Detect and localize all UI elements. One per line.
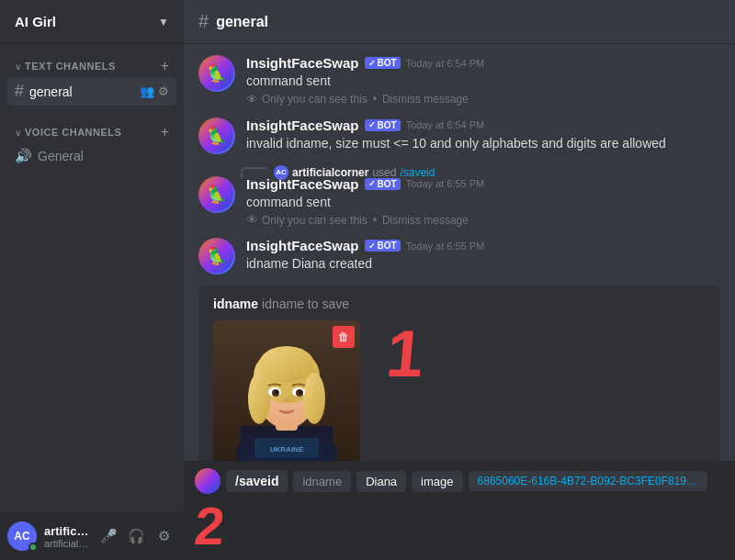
voice-channels-label[interactable]: VOICE CHANNELS bbox=[25, 127, 121, 138]
form-fields: UKRAINE 🗑 image: 6865060E-616B-4B7... 1 bbox=[213, 320, 706, 461]
command-chip[interactable]: /saveid bbox=[226, 470, 288, 492]
svg-point-13 bbox=[276, 391, 278, 394]
image-upload-box[interactable]: UKRAINE 🗑 bbox=[213, 320, 360, 461]
number-1-indicator: 1 bbox=[384, 320, 426, 386]
status-dot bbox=[28, 543, 38, 552]
reply-command: /saveid bbox=[400, 166, 435, 179]
voice-channels-section: ∨ VOICE CHANNELS + 🔊 General bbox=[0, 110, 184, 174]
voice-channels-arrow[interactable]: ∨ bbox=[15, 128, 21, 138]
message-text-3: command sent bbox=[246, 194, 720, 212]
text-channels-label[interactable]: TEXT CHANNELS bbox=[25, 61, 116, 72]
saveid-form: idname idname to save bbox=[198, 286, 720, 461]
message-author-4: InsightFaceSwap bbox=[246, 238, 359, 253]
user-panel: AC artificialc... artificialcorn... 🎤 🎧 … bbox=[0, 512, 184, 560]
svg-text:UKRAINE: UKRAINE bbox=[270, 445, 304, 454]
image-upload-area: UKRAINE 🗑 image: 6865060E-616B-4B7... bbox=[213, 320, 361, 461]
reply-indicator-3: AC artificialcorner used /saveid bbox=[241, 165, 435, 180]
eye-icon-1: 👁 bbox=[246, 93, 258, 106]
main-content: # general 🦜 InsightFaceSwap ✓ BOT To bbox=[184, 0, 735, 560]
text-channels-arrow[interactable]: ∨ bbox=[15, 62, 21, 72]
server-name: AI Girl bbox=[15, 14, 56, 29]
message-content-2: InsightFaceSwap ✓ BOT Today at 6:54 PM i… bbox=[246, 118, 720, 154]
user-discriminator: artificialcorn... bbox=[44, 538, 92, 549]
server-header[interactable]: AI Girl ▼ bbox=[0, 0, 184, 44]
message-group-3: AC artificialcorner used /saveid 🦜 Insig… bbox=[184, 162, 735, 231]
form-field-name: idname bbox=[213, 297, 258, 311]
user-settings-button[interactable]: ⚙ bbox=[151, 523, 176, 549]
message-author-2: InsightFaceSwap bbox=[246, 118, 359, 133]
message-header-2: InsightFaceSwap ✓ BOT Today at 6:54 PM bbox=[246, 118, 720, 133]
message-group-2: 🦜 InsightFaceSwap ✓ BOT Today at 6:54 PM… bbox=[184, 114, 735, 158]
message-text-4: idname Diana created bbox=[246, 255, 720, 274]
bot-badge-4: ✓ BOT bbox=[365, 240, 401, 252]
mute-button[interactable]: 🎤 bbox=[96, 523, 121, 549]
form-field-placeholder: idname to save bbox=[262, 297, 349, 311]
reply-command-text: used bbox=[372, 166, 396, 179]
channel-action-icons: 👥 ⚙ bbox=[140, 84, 169, 98]
bot-badge-1: ✓ BOT bbox=[365, 57, 401, 69]
voice-channel-item-general[interactable]: 🔊 General bbox=[7, 143, 176, 169]
voice-channel-name: General bbox=[38, 149, 169, 163]
user-avatar: AC bbox=[7, 521, 37, 551]
input-field-idname-chip[interactable]: idname bbox=[293, 471, 351, 492]
svg-point-8 bbox=[259, 346, 314, 383]
message-timestamp-4: Today at 6:55 PM bbox=[406, 241, 485, 252]
server-chevron: ▼ bbox=[158, 16, 169, 28]
ephemeral-text-1: Only you can see this bbox=[262, 93, 368, 106]
dismiss-link-1[interactable]: Dismiss message bbox=[382, 93, 469, 106]
image-url-chip[interactable]: 6865060E-616B-4B72-B092-BC3FE0F8193E.JPG bbox=[469, 471, 707, 491]
message-content-3: InsightFaceSwap ✓ BOT Today at 6:55 PM c… bbox=[246, 176, 720, 228]
message-text-2: invalid idname, size must <= 10 and only… bbox=[246, 135, 720, 153]
add-voice-channel-button[interactable]: + bbox=[161, 125, 169, 140]
input-value-diana-chip[interactable]: Diana bbox=[356, 471, 406, 492]
ephemeral-notice-3: 👁 Only you can see this • Dismiss messag… bbox=[246, 213, 720, 227]
eye-icon-3: 👁 bbox=[246, 213, 258, 227]
channel-header: # general bbox=[184, 0, 735, 44]
message-text-1: command sent bbox=[246, 73, 720, 91]
image-label-chip[interactable]: image bbox=[412, 471, 462, 492]
channel-header-hash-icon: # bbox=[198, 11, 209, 32]
svg-point-6 bbox=[248, 373, 270, 424]
message-header-1: InsightFaceSwap ✓ BOT Today at 6:54 PM bbox=[246, 55, 720, 71]
settings-icon[interactable]: ⚙ bbox=[158, 84, 169, 98]
message-timestamp-1: Today at 6:54 PM bbox=[406, 58, 485, 69]
bot-badge-2: ✓ BOT bbox=[365, 119, 401, 131]
add-member-icon[interactable]: 👥 bbox=[140, 84, 154, 98]
message-group-4: 🦜 InsightFaceSwap ✓ BOT Today at 6:55 PM… bbox=[184, 234, 735, 278]
ephemeral-notice-1: 👁 Only you can see this • Dismiss messag… bbox=[246, 93, 720, 106]
message-group-1: 🦜 InsightFaceSwap ✓ BOT Today at 6:54 PM… bbox=[184, 51, 735, 110]
bot-avatar-3: 🦜 bbox=[198, 176, 235, 213]
message-timestamp-2: Today at 6:54 PM bbox=[406, 119, 485, 130]
delete-image-button[interactable]: 🗑 bbox=[333, 326, 355, 348]
command-bot-avatar bbox=[195, 468, 220, 494]
sidebar: AI Girl ▼ ∨ TEXT CHANNELS + # general 👥 … bbox=[0, 0, 184, 560]
reply-user: artificialcorner bbox=[292, 166, 368, 179]
speaker-icon: 🔊 bbox=[15, 148, 32, 164]
message-content-1: InsightFaceSwap ✓ BOT Today at 6:54 PM c… bbox=[246, 55, 720, 106]
channel-item-general[interactable]: # general 👥 ⚙ bbox=[7, 77, 176, 106]
svg-point-14 bbox=[300, 391, 302, 394]
channel-header-name: general bbox=[216, 14, 268, 30]
channel-hash-icon: # bbox=[15, 82, 24, 101]
ephemeral-text-3: Only you can see this bbox=[262, 214, 368, 227]
text-channels-header: ∨ TEXT CHANNELS + bbox=[7, 59, 176, 73]
reply-avatar: AC bbox=[274, 165, 288, 180]
username-display: artificialc... bbox=[44, 524, 92, 538]
deafen-button[interactable]: 🎧 bbox=[123, 523, 149, 549]
saveid-form-label: idname idname to save bbox=[213, 297, 706, 311]
message-timestamp-3: Today at 6:55 PM bbox=[406, 178, 485, 189]
text-channels-section: ∨ TEXT CHANNELS + # general 👥 ⚙ bbox=[0, 44, 184, 110]
user-controls: 🎤 🎧 ⚙ bbox=[96, 523, 176, 549]
message-header-4: InsightFaceSwap ✓ BOT Today at 6:55 PM bbox=[246, 238, 720, 253]
command-input-bar: /saveid idname Diana image 6865060E-616B… bbox=[184, 461, 735, 560]
messages-area[interactable]: 🦜 InsightFaceSwap ✓ BOT Today at 6:54 PM… bbox=[184, 44, 735, 461]
reply-line bbox=[241, 167, 266, 178]
svg-point-7 bbox=[303, 373, 325, 424]
dismiss-link-3[interactable]: Dismiss message bbox=[382, 214, 469, 227]
bot-avatar-1: 🦜 bbox=[198, 55, 235, 92]
bot-avatar-2: 🦜 bbox=[198, 118, 235, 154]
user-info: artificialc... artificialcorn... bbox=[44, 524, 92, 549]
message-content-4: InsightFaceSwap ✓ BOT Today at 6:55 PM i… bbox=[246, 238, 720, 274]
channel-name-general: general bbox=[29, 84, 140, 99]
add-text-channel-button[interactable]: + bbox=[161, 59, 169, 73]
